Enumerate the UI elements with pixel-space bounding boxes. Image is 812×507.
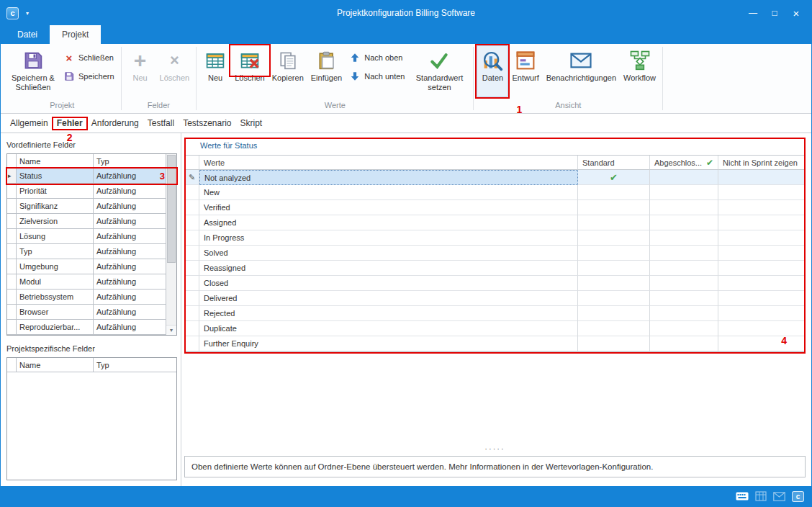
kopieren-label: Kopieren xyxy=(272,73,304,83)
value-row[interactable]: Closed xyxy=(185,276,805,291)
einfuegen-button[interactable]: Einfügen xyxy=(307,45,346,97)
maximize-button[interactable]: □ xyxy=(765,6,784,20)
splitter-grip-icon[interactable]: ····· xyxy=(184,445,806,452)
value-row[interactable]: Assigned xyxy=(185,215,805,230)
standardwert-setzen-button[interactable]: Standardwert setzen xyxy=(408,45,470,97)
table-row[interactable]: Browser Aufzählung xyxy=(7,305,166,320)
ribbon-tab-projekt[interactable]: Projekt xyxy=(50,25,101,44)
vertical-scrollbar[interactable]: ▾ xyxy=(166,154,176,335)
nach-unten-button[interactable]: Nach unten xyxy=(349,71,405,82)
save-and-close-button[interactable]: Speichern & Schließen xyxy=(6,45,60,97)
speichern-label: Speichern xyxy=(78,72,114,81)
value-row[interactable]: Duplicate xyxy=(185,321,805,336)
werte-loeschen-button[interactable]: Löschen xyxy=(231,45,269,97)
scrollbar-thumb[interactable] xyxy=(167,155,176,263)
werte-neu-label: Neu xyxy=(208,73,222,83)
column-header-typ[interactable]: Typ xyxy=(94,358,176,372)
workflow-button[interactable]: Workflow xyxy=(620,45,659,97)
quick-access-caret-icon[interactable]: ▾ xyxy=(26,10,29,17)
table-row-status[interactable]: 3 ▸ Status Aufzählung xyxy=(7,169,166,184)
tab-testfall[interactable]: Testfall xyxy=(143,115,179,131)
table-header-row: Name Typ xyxy=(7,358,176,372)
value-row[interactable]: In Progress xyxy=(185,230,805,246)
app-logo-icon[interactable]: c xyxy=(6,7,19,19)
table-row[interactable]: Modul Aufzählung xyxy=(7,274,166,290)
predefined-fields-table: Name Typ 3 ▸ Status Aufzählung Priorität… xyxy=(6,153,177,336)
values-panel: 4 Werte für Status Werte Standard Abgesc… xyxy=(181,133,811,486)
projekt-small-buttons: × Schließen Speichern xyxy=(60,45,118,82)
table-row[interactable]: Reproduzierbar... Aufzählung xyxy=(7,320,166,335)
group-label-werte: Werte xyxy=(197,100,473,113)
einfuegen-label: Einfügen xyxy=(311,73,342,83)
tab-anforderung[interactable]: Anforderung xyxy=(87,115,143,131)
pencil-icon: ✎ xyxy=(185,170,199,185)
table-row[interactable]: Zielversion Aufzählung xyxy=(7,214,166,229)
close-red-icon: × xyxy=(63,52,75,63)
entwurf-button[interactable]: Entwurf xyxy=(508,45,542,97)
nach-oben-label: Nach oben xyxy=(364,53,402,62)
werte-neu-button[interactable]: Neu xyxy=(199,45,231,97)
value-row[interactable]: Rejected xyxy=(185,306,805,321)
values-section: 4 Werte für Status Werte Standard Abgesc… xyxy=(184,138,806,352)
benachrichtigungen-button[interactable]: Benachrichtigungen xyxy=(543,45,620,97)
save-close-icon xyxy=(22,50,44,71)
value-row[interactable]: New xyxy=(185,185,805,200)
benachrichtigungen-label: Benachrichtigungen xyxy=(546,73,616,83)
column-header-name[interactable]: Name xyxy=(17,154,94,169)
table-row[interactable]: Signifikanz Aufzählung xyxy=(7,199,166,214)
column-header-sprint[interactable]: Nicht in Sprint zeigen xyxy=(718,156,805,170)
value-row[interactable]: Further Enquiry xyxy=(185,336,805,351)
table-row[interactable]: Priorität Aufzählung xyxy=(7,184,166,199)
statusbar-mail-icon[interactable] xyxy=(773,492,785,501)
column-header-name[interactable]: Name xyxy=(17,358,94,372)
table-new-icon xyxy=(204,50,226,71)
paste-icon xyxy=(316,50,338,71)
ribbon-group-werte: Neu Löschen Kopieren xyxy=(197,44,473,113)
window-title: Projektkonfiguration Billing Software xyxy=(1,1,811,25)
felder-loeschen-button[interactable]: × Löschen xyxy=(156,45,194,97)
workflow-label: Workflow xyxy=(623,73,656,83)
check-icon: ✔ xyxy=(610,172,618,183)
minimize-button[interactable]: — xyxy=(744,6,762,20)
table-row[interactable]: Typ Aufzählung xyxy=(7,244,166,259)
value-row[interactable]: Delivered xyxy=(185,291,805,306)
speichern-button[interactable]: Speichern xyxy=(63,71,114,82)
titlebar: c ▾ Projektkonfiguration Billing Softwar… xyxy=(1,1,811,25)
scroll-down-icon[interactable]: ▾ xyxy=(166,325,176,335)
value-row[interactable]: Solved xyxy=(185,246,805,261)
save-icon xyxy=(63,71,75,82)
felder-neu-label: Neu xyxy=(132,73,147,83)
column-header-typ[interactable]: Typ xyxy=(94,154,166,169)
daten-button[interactable]: 1 Daten xyxy=(477,45,508,97)
value-row[interactable]: Verified xyxy=(185,200,805,215)
schliessen-button[interactable]: × Schließen xyxy=(63,52,114,63)
project-fields-table: Name Typ xyxy=(6,357,177,480)
column-header-abgeschlossen[interactable]: Abgeschlos... ✔ xyxy=(650,156,718,170)
table-delete-icon xyxy=(239,50,261,71)
standardwert-setzen-label: Standardwert setzen xyxy=(412,73,466,92)
main-area: Vordefinierte Felder Name Typ 3 ▸ Status… xyxy=(1,133,811,486)
tab-fehler[interactable]: 2 Fehler xyxy=(53,115,87,131)
workflow-icon xyxy=(629,50,651,71)
value-row-selected[interactable]: ✎ Not analyzed ✔ xyxy=(185,170,805,185)
tab-skript[interactable]: Skript xyxy=(236,115,267,131)
tab-allgemein[interactable]: Allgemein xyxy=(6,115,53,131)
tab-testszenario[interactable]: Testszenario xyxy=(179,115,235,131)
kopieren-button[interactable]: Kopieren xyxy=(269,45,307,97)
entwurf-label: Entwurf xyxy=(512,73,538,83)
column-header-werte[interactable]: Werte xyxy=(199,156,578,170)
table-row[interactable]: Umgebung Aufzählung xyxy=(7,259,166,274)
close-button[interactable]: × xyxy=(787,6,806,20)
felder-neu-button[interactable]: + Neu xyxy=(125,45,156,97)
value-row[interactable]: Reassigned xyxy=(185,261,805,276)
statusbar-keyboard-icon[interactable] xyxy=(736,491,749,501)
schliessen-label: Schließen xyxy=(78,53,114,62)
table-row[interactable]: Lösung Aufzählung xyxy=(7,229,166,244)
statusbar-app-icon[interactable]: c xyxy=(792,491,804,502)
predefined-fields-label: Vordefinierte Felder xyxy=(6,140,176,149)
statusbar-grid-icon[interactable] xyxy=(755,491,767,501)
table-row[interactable]: Betriebssystem Aufzählung xyxy=(7,290,166,305)
ribbon-tab-datei[interactable]: Datei xyxy=(5,25,50,44)
column-header-standard[interactable]: Standard xyxy=(578,156,650,170)
nach-oben-button[interactable]: Nach oben xyxy=(349,52,405,63)
